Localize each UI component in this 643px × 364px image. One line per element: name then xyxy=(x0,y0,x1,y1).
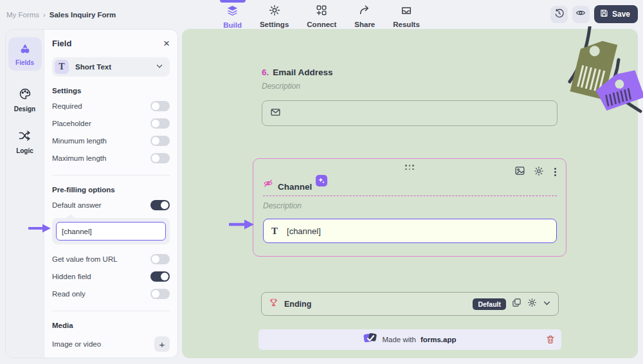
gear-icon[interactable] xyxy=(527,298,537,310)
duplicate-icon[interactable] xyxy=(512,298,521,310)
price-tags-illustration xyxy=(561,26,643,118)
panel-arrow-annotation xyxy=(28,224,51,235)
shapes-icon xyxy=(19,42,32,58)
add-media-button[interactable]: + xyxy=(154,336,170,352)
drag-handle-icon[interactable] xyxy=(405,165,414,170)
tab-results[interactable]: Results xyxy=(393,5,420,28)
tab-connect-label: Connect xyxy=(307,21,336,28)
short-text-type-icon: T xyxy=(55,60,69,74)
prefill-section-title: Pre-filling options xyxy=(52,186,170,194)
chevron-down-icon xyxy=(156,61,163,73)
branding-footer: Made with forms.app xyxy=(258,329,561,350)
maximum-length-toggle[interactable] xyxy=(150,153,170,163)
sidebar-item-fields[interactable]: Fields xyxy=(8,37,42,71)
kebab-menu-icon[interactable] xyxy=(552,167,558,177)
history-button[interactable] xyxy=(550,6,568,23)
nav-tabs: Build Settings Connect Share xyxy=(0,0,643,29)
field-settings-panel: Fields Design Logic Field × T xyxy=(5,29,178,358)
builder-rail: Fields Design Logic xyxy=(6,30,44,358)
form-builder-screen: My Forms › Sales Inquiry Form Build Sett… xyxy=(0,0,643,364)
media-section-title: Media xyxy=(52,322,170,329)
gear-icon[interactable] xyxy=(534,166,544,179)
read-only-toggle[interactable] xyxy=(150,289,170,299)
layers-icon xyxy=(226,5,239,19)
ai-sparkle-icon[interactable] xyxy=(316,175,327,187)
channel-field-card[interactable]: Channel Description T [channel] xyxy=(253,158,566,257)
top-bar: My Forms › Sales Inquiry Form Build Sett… xyxy=(0,0,643,29)
channel-answer-input[interactable]: T [channel] xyxy=(263,219,557,243)
hidden-field-toggle[interactable] xyxy=(150,271,170,282)
tab-build-label: Build xyxy=(223,21,242,29)
made-with-text: Made with xyxy=(382,336,415,343)
setting-row-required: Required xyxy=(52,97,170,114)
grid-plus-icon xyxy=(316,5,327,19)
settings-section-title: Settings xyxy=(52,87,170,95)
default-badge: Default xyxy=(473,298,506,310)
placeholder-toggle[interactable] xyxy=(150,118,170,129)
minimum-length-toggle[interactable] xyxy=(150,136,170,146)
setting-row-placeholder: Placeholder xyxy=(52,114,170,132)
setting-row-default-answer: Default answer xyxy=(52,196,170,214)
channel-field-description[interactable]: Description xyxy=(263,201,557,210)
text-type-icon: T xyxy=(271,226,278,237)
envelope-icon xyxy=(270,107,281,120)
hidden-field-label: Hidden field xyxy=(52,273,91,280)
sidebar-item-design[interactable]: Design xyxy=(14,87,35,113)
top-actions: Save xyxy=(550,5,638,23)
canvas-arrow-annotation xyxy=(229,219,255,232)
form-canvas: 6. Email Address Description xyxy=(182,29,638,358)
history-icon xyxy=(554,8,564,21)
tab-connect[interactable]: Connect xyxy=(307,5,336,28)
default-answer-input[interactable] xyxy=(56,222,166,241)
field-type-label: Short Text xyxy=(75,63,111,71)
field-type-dropdown[interactable]: T Short Text xyxy=(52,57,170,77)
tab-share[interactable]: Share xyxy=(354,5,375,28)
chevron-down-icon[interactable] xyxy=(543,298,551,310)
ending-section[interactable]: Ending Default xyxy=(261,292,559,316)
sidebar-item-logic[interactable]: Logic xyxy=(16,129,33,154)
channel-card-actions xyxy=(514,165,558,179)
trash-icon[interactable] xyxy=(546,334,555,347)
setting-row-minimum-length: Minumum length xyxy=(52,132,170,149)
channel-default-value: [channel] xyxy=(287,226,321,236)
default-answer-toggle[interactable] xyxy=(150,200,170,210)
maximum-length-label: Maximum length xyxy=(52,154,106,162)
setting-row-hidden-field: Hidden field xyxy=(52,268,170,285)
preview-button[interactable] xyxy=(572,6,590,23)
close-icon[interactable]: × xyxy=(163,38,170,49)
required-label: Required xyxy=(52,102,82,110)
eye-icon xyxy=(575,8,586,21)
image-icon[interactable] xyxy=(514,165,525,179)
save-button[interactable]: Save xyxy=(594,5,638,23)
floppy-icon xyxy=(600,9,608,19)
email-question-title-row: 6. Email Address xyxy=(262,68,557,77)
minimum-length-label: Minumum length xyxy=(52,137,107,145)
url-value-label: Get value from URL xyxy=(52,255,118,263)
url-value-toggle[interactable] xyxy=(150,254,170,264)
channel-title-row: Channel xyxy=(263,178,557,196)
channel-card-body: Channel Description T [channel] xyxy=(263,178,557,243)
palette-icon xyxy=(19,87,32,103)
gear-icon xyxy=(269,5,280,19)
tab-settings[interactable]: Settings xyxy=(260,5,289,28)
tab-settings-label: Settings xyxy=(260,21,289,28)
sidebar-item-logic-label: Logic xyxy=(16,147,33,154)
required-toggle[interactable] xyxy=(150,101,170,111)
email-answer-input[interactable] xyxy=(262,100,557,126)
email-question-block[interactable]: 6. Email Address Description xyxy=(262,68,557,126)
channel-field-title[interactable]: Channel xyxy=(278,183,312,192)
question-description: Description xyxy=(262,82,557,91)
brand-name[interactable]: forms.app xyxy=(421,336,457,343)
read-only-label: Read only xyxy=(52,290,86,298)
setting-row-read-only: Read only xyxy=(52,285,170,302)
tab-build[interactable]: Build xyxy=(223,5,242,29)
default-answer-box xyxy=(52,218,170,244)
share-arrow-icon xyxy=(359,5,370,19)
media-row: Image or video + xyxy=(52,334,170,354)
tab-share-label: Share xyxy=(354,21,375,28)
question-title: Email Address xyxy=(273,68,332,77)
panel-divider xyxy=(52,175,170,176)
eye-off-icon xyxy=(263,178,273,191)
ending-label: Ending xyxy=(284,300,311,309)
setting-row-url-value: Get value from URL xyxy=(52,250,170,268)
